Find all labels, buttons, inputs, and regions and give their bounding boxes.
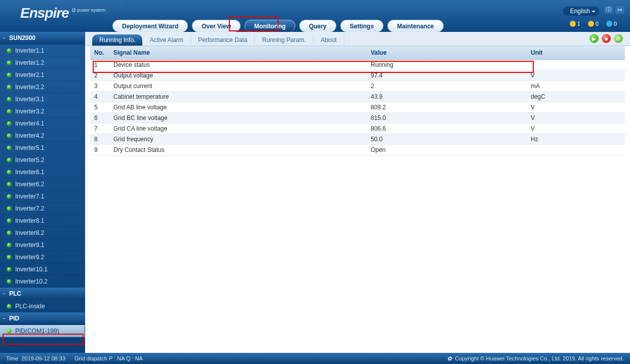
badge-info[interactable]: 0 — [605, 20, 620, 28]
main-area: SUN2000 Inverter1.1Inverter1.2Inverter2.… — [0, 32, 630, 353]
footer-copyright: ✿Copyright © Huawei Technologies Co., Lt… — [447, 355, 624, 362]
subtab-active-alarm[interactable]: Active Alarm — [142, 34, 191, 46]
tree-item-inverter[interactable]: Inverter5.2 — [0, 154, 85, 166]
cell-no: 4 — [90, 91, 109, 102]
th-value: Value — [367, 46, 527, 59]
cell-unit: V — [527, 70, 625, 80]
tree-group-sun2000[interactable]: SUN2000 — [0, 32, 85, 45]
tab-query[interactable]: Query — [299, 20, 336, 32]
tab-settings[interactable]: Settings — [340, 20, 383, 32]
tab-overview[interactable]: Over View — [192, 20, 241, 32]
brand-tagline: @ power system — [71, 8, 105, 13]
cell-value: 43.9 — [367, 91, 527, 102]
cell-name: Grid AB line voltage — [109, 102, 367, 112]
cell-name: Device status — [109, 59, 367, 70]
tree-item-inverter[interactable]: Inverter7.1 — [0, 190, 85, 203]
tree-group-pid[interactable]: PID — [0, 312, 85, 325]
content-panel: Running Info. Active Alarm Performance D… — [85, 32, 630, 353]
subtab-running-info[interactable]: Running Info. — [92, 34, 142, 46]
tree-item-inverter[interactable]: Inverter8.1 — [0, 215, 85, 227]
cell-name: Output current — [109, 80, 367, 91]
tree-item-inverter[interactable]: Inverter2.1 — [0, 69, 85, 81]
tree-item-inverter[interactable]: Inverter3.2 — [0, 105, 85, 117]
footer-bar: Time 2019-09-12 08:33 Grid dispatch P : … — [0, 353, 630, 364]
huawei-logo-icon: ✿ — [447, 355, 452, 361]
tree-item-pid-com1-199[interactable]: PID(COM1-199) — [0, 325, 85, 337]
tree-item-inverter[interactable]: Inverter8.2 — [0, 227, 85, 239]
subtab-performance-data[interactable]: Performance Data — [191, 34, 255, 46]
cell-name: Grid frequency — [109, 134, 367, 144]
cell-value: 2 — [367, 80, 527, 91]
tree-item-inverter[interactable]: Inverter9.1 — [0, 239, 85, 251]
signal-table: No. Signal Name Value Unit 1Device statu… — [90, 46, 625, 155]
app-header: Enspire @ power system English ⓘ ↦ 1 0 0… — [0, 0, 630, 32]
brand-name: Enspire — [20, 5, 69, 21]
refresh-icon[interactable]: ⟳ — [614, 34, 623, 43]
subtab-running-param[interactable]: Running Param. — [255, 34, 313, 46]
info-icon[interactable]: ⓘ — [604, 5, 614, 14]
tree-item-inverter[interactable]: Inverter5.1 — [0, 142, 85, 154]
table-row: 8Grid frequency50.0Hz — [90, 134, 625, 144]
language-select[interactable]: English — [563, 6, 600, 16]
cell-unit: V — [527, 123, 625, 134]
tree-item-inverter[interactable]: Inverter6.2 — [0, 178, 85, 190]
footer-time-label: Time 2019-09-12 08:33 — [6, 355, 65, 361]
table-row: 9Dry Contact StatusOpen — [90, 144, 625, 155]
cell-value: 50.0 — [367, 134, 527, 144]
alarm-badges: 1 0 0 — [568, 20, 620, 28]
cell-no: 1 — [90, 59, 109, 70]
cell-value: 97.4 — [367, 70, 527, 80]
tree-item-inverter[interactable]: Inverter1.2 — [0, 57, 85, 69]
badge-minor[interactable]: 0 — [586, 20, 602, 28]
cell-no: 5 — [90, 102, 109, 112]
tree-item-inverter[interactable]: Inverter2.2 — [0, 81, 85, 93]
language-label: English — [570, 8, 590, 15]
cell-unit — [527, 59, 625, 70]
cell-no: 3 — [90, 80, 109, 91]
tree-item-inverter[interactable]: Inverter4.2 — [0, 130, 85, 142]
table-row: 1Device statusRunning — [90, 59, 625, 70]
table-row: 7Grid CA line voltage806.6V — [90, 123, 625, 134]
tree-item-plc-inside[interactable]: PLC-inside — [0, 300, 85, 312]
tree-item-inverter[interactable]: Inverter10.1 — [0, 263, 85, 275]
header-tool-icons: ⓘ ↦ — [604, 5, 625, 14]
tab-deployment[interactable]: Deployment Wizard — [112, 20, 188, 32]
footer-dispatch: Grid dispatch P : NA Q : NA — [74, 355, 143, 361]
cell-name: Dry Contact Status — [109, 144, 367, 155]
subtab-about[interactable]: About — [313, 34, 344, 46]
cell-name: Grid BC line voltage — [109, 112, 367, 123]
cell-unit: mA — [527, 80, 625, 91]
tree-item-inverter[interactable]: Inverter9.2 — [0, 251, 85, 263]
tree-item-inverter[interactable]: Inverter6.1 — [0, 166, 85, 178]
tree-item-inverter[interactable]: Inverter7.2 — [0, 203, 85, 215]
table-row: 6Grid BC line voltage815.0V — [90, 112, 625, 123]
stop-icon[interactable]: ■ — [602, 34, 611, 43]
cell-value: 815.0 — [367, 112, 527, 123]
cell-value: 806.6 — [367, 123, 527, 134]
logout-icon[interactable]: ↦ — [615, 5, 625, 14]
tree-group-plc[interactable]: PLC — [0, 288, 85, 300]
tab-monitoring[interactable]: Monitoring — [245, 20, 295, 32]
primary-nav: Deployment Wizard Over View Monitoring Q… — [112, 17, 444, 32]
table-row: 3Output current2mA — [90, 80, 625, 91]
brand-logo: Enspire @ power system — [20, 5, 104, 21]
cell-name: Grid CA line voltage — [109, 123, 367, 134]
device-tree: SUN2000 Inverter1.1Inverter1.2Inverter2.… — [0, 32, 85, 353]
tree-item-inverter[interactable]: Inverter3.1 — [0, 93, 85, 105]
cell-unit: V — [527, 102, 625, 112]
cell-no: 2 — [90, 70, 109, 80]
tree-item-inverter[interactable]: Inverter10.2 — [0, 275, 85, 288]
tree-item-inverter[interactable]: Inverter4.1 — [0, 117, 85, 130]
th-no: No. — [90, 46, 109, 59]
cell-unit: Hz — [527, 134, 625, 144]
sub-nav: Running Info. Active Alarm Performance D… — [85, 32, 630, 46]
th-unit: Unit — [527, 46, 625, 59]
badge-warning[interactable]: 1 — [568, 20, 583, 28]
tree-item-inverter[interactable]: Inverter1.1 — [0, 45, 85, 57]
tab-maintenance[interactable]: Maintenance — [387, 20, 444, 32]
cell-no: 8 — [90, 134, 109, 144]
table-row: 2Output voltage97.4V — [90, 70, 625, 80]
cell-name: Output voltage — [109, 70, 367, 80]
subtab-action-icons: ▶ ■ ⟳ — [589, 34, 623, 43]
play-icon[interactable]: ▶ — [589, 34, 599, 43]
